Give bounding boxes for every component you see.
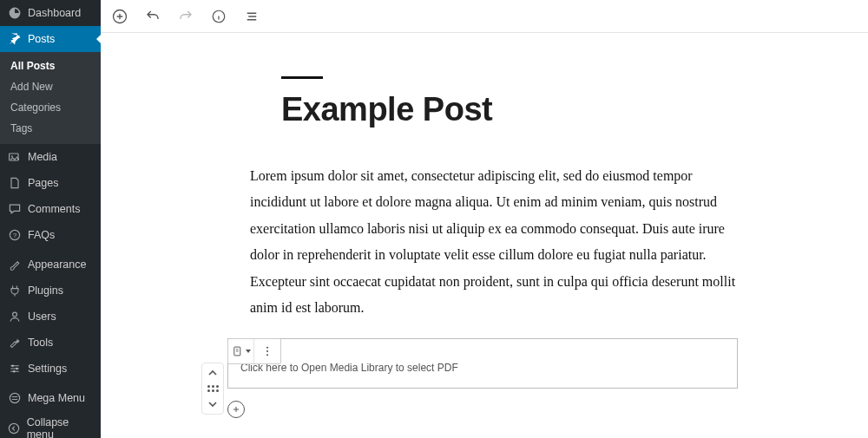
sidebar-item-media[interactable]: Media: [0, 144, 101, 170]
sidebar-item-users[interactable]: Users: [0, 304, 101, 330]
menu-icon: [7, 390, 23, 406]
svg-point-9: [10, 423, 19, 433]
wrench-icon: [7, 335, 23, 350]
pdf-placeholder[interactable]: Click here to Open Media Library to sele…: [227, 338, 738, 389]
svg-text:?: ?: [13, 232, 17, 239]
sidebar-item-appearance[interactable]: Appearance: [0, 252, 101, 278]
sidebar-item-plugins[interactable]: Plugins: [0, 278, 101, 304]
sidebar-item-tools[interactable]: Tools: [0, 330, 101, 356]
chevron-down-icon: [246, 350, 251, 353]
info-button[interactable]: [208, 6, 229, 27]
submenu-all-posts[interactable]: All Posts: [0, 56, 101, 76]
sidebar-item-posts[interactable]: Posts: [0, 26, 101, 52]
block-mover: [201, 363, 224, 415]
pdf-block: Click here to Open Media Library to sele…: [205, 338, 738, 389]
collapse-icon: [7, 421, 22, 436]
svg-point-4: [13, 312, 17, 317]
outline-button[interactable]: [241, 6, 262, 27]
sidebar-collapse[interactable]: Collapse menu: [0, 411, 101, 438]
post-paragraph[interactable]: Lorem ipsum dolor sit amet, consectetur …: [250, 163, 738, 321]
svg-point-8: [10, 393, 19, 402]
sidebar-label: Posts: [28, 33, 55, 45]
plugin-icon: [7, 283, 23, 298]
sidebar-label: Appearance: [28, 258, 86, 271]
block-options-button[interactable]: [254, 339, 280, 363]
svg-point-15: [266, 354, 268, 356]
editor-canvas: Example Post Lorem ipsum dolor sit amet,…: [101, 33, 868, 438]
sidebar-label: Comments: [28, 203, 80, 215]
submenu-tags[interactable]: Tags: [0, 118, 101, 139]
submenu-categories[interactable]: Categories: [0, 97, 101, 118]
svg-point-6: [16, 368, 17, 369]
brush-icon: [7, 257, 23, 272]
user-icon: [7, 309, 23, 324]
sidebar-label: Dashboard: [28, 7, 81, 19]
sidebar-label: Settings: [28, 363, 67, 375]
block-toolbar: [227, 338, 281, 364]
redo-button[interactable]: [175, 6, 196, 27]
move-down-button[interactable]: [206, 398, 220, 410]
post-title[interactable]: Example Post: [281, 91, 738, 128]
admin-sidebar: Dashboard Posts All Posts Add New Catego…: [0, 0, 101, 438]
help-icon: ?: [7, 227, 23, 243]
sidebar-item-pages[interactable]: Pages: [0, 170, 101, 196]
sidebar-label: Pages: [28, 177, 58, 189]
sliders-icon: [7, 361, 23, 376]
sidebar-label: Plugins: [28, 284, 63, 297]
sidebar-item-settings[interactable]: Settings: [0, 356, 101, 382]
add-block-button[interactable]: [109, 6, 130, 27]
page-icon: [7, 175, 23, 191]
svg-point-5: [11, 365, 13, 367]
sidebar-item-dashboard[interactable]: Dashboard: [0, 0, 101, 26]
sidebar-label: Users: [28, 311, 56, 323]
block-type-button[interactable]: [228, 339, 254, 363]
sidebar-item-faqs[interactable]: ? FAQs: [0, 222, 101, 248]
posts-submenu: All Posts Add New Categories Tags: [0, 52, 101, 144]
svg-point-1: [11, 155, 13, 157]
undo-button[interactable]: [142, 6, 163, 27]
svg-point-7: [13, 370, 15, 372]
editor-toolbar: [101, 0, 868, 33]
title-divider: [281, 76, 323, 79]
drag-handle[interactable]: [206, 382, 220, 395]
submenu-add-new[interactable]: Add New: [0, 76, 101, 97]
svg-point-14: [266, 350, 268, 352]
add-block-after-button[interactable]: [227, 401, 245, 418]
sidebar-label: Collapse menu: [27, 416, 94, 438]
sidebar-item-mega-menu[interactable]: Mega Menu: [0, 385, 101, 411]
sidebar-label: Media: [28, 151, 57, 163]
pin-icon: [7, 31, 23, 47]
svg-point-13: [266, 347, 268, 349]
media-icon: [7, 149, 23, 165]
dashboard-icon: [7, 5, 23, 21]
editor-main: Example Post Lorem ipsum dolor sit amet,…: [101, 0, 868, 438]
sidebar-label: FAQs: [28, 229, 55, 241]
sidebar-label: Tools: [28, 337, 53, 349]
comment-icon: [7, 201, 23, 217]
sidebar-label: Mega Menu: [28, 392, 85, 404]
move-up-button[interactable]: [206, 367, 220, 379]
sidebar-item-comments[interactable]: Comments: [0, 196, 101, 222]
